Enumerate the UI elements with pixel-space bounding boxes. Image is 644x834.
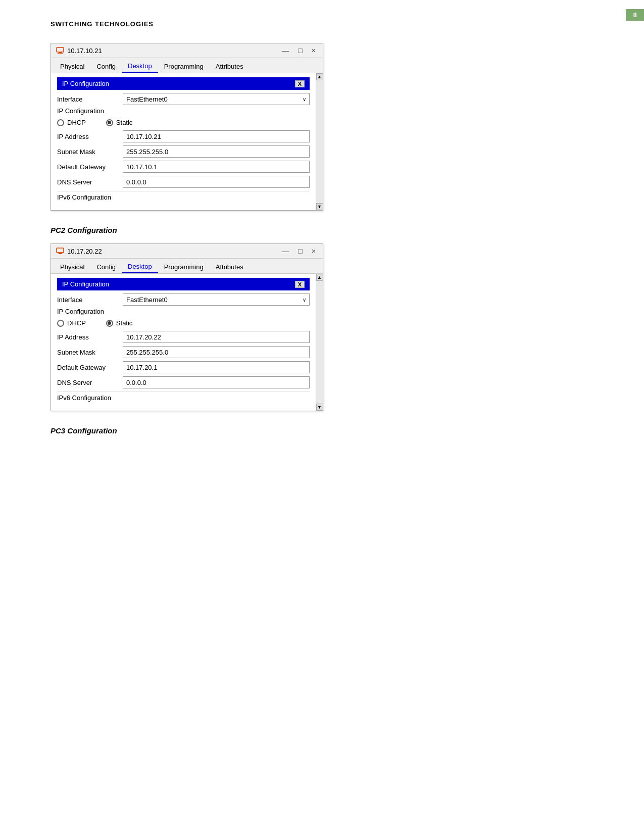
pc1-static-radio[interactable]: Static <box>106 119 133 126</box>
pc2-subnet-input[interactable] <box>123 346 310 358</box>
pc2-interface-arrow: ∨ <box>303 297 306 303</box>
pc1-radio-row: DHCP Static <box>57 119 310 126</box>
pc2-tab-desktop[interactable]: Desktop <box>122 261 158 273</box>
pc1-ip-address-label: IP Address <box>57 133 123 140</box>
pc2-dns-label: DNS Server <box>57 379 123 386</box>
pc2-interface-row: Interface FastEthernet0 ∨ <box>57 293 310 306</box>
pc2-static-radio[interactable]: Static <box>106 319 133 327</box>
pc1-tab-attributes[interactable]: Attributes <box>210 60 250 73</box>
pc1-window-title: 10.17.10.21 <box>67 47 102 55</box>
pc2-ipv6-label: IPv6 Configuration <box>57 391 310 404</box>
pc2-window-title: 10.17.20.22 <box>67 248 102 255</box>
pc2-interface-value: FastEthernet0 <box>126 296 168 304</box>
pc1-ip-config-bar: IP Configuration X <box>57 77 310 90</box>
pc2-dns-input[interactable] <box>123 376 310 388</box>
pc1-tab-config[interactable]: Config <box>90 60 122 73</box>
pc1-ip-config-title: IP Configuration <box>62 80 109 87</box>
pc1-scroll-track <box>316 80 323 203</box>
pc1-minimize-btn[interactable]: — <box>280 47 291 54</box>
pc2-minimize-btn[interactable]: — <box>280 248 291 255</box>
pc2-close-btn[interactable]: × <box>310 248 318 255</box>
pc1-interface-value: FastEthernet0 <box>126 95 168 103</box>
pc1-subnet-label: Subnet Mask <box>57 148 123 156</box>
pc2-ip-address-row: IP Address <box>57 331 310 343</box>
pc2-titlebar: 10.17.20.22 — □ × <box>51 244 323 259</box>
pc2-subnet-row: Subnet Mask <box>57 346 310 358</box>
pc2-gateway-label: Default Gateway <box>57 364 123 371</box>
pc2-ip-config-sublabel: IP Configuration <box>57 308 310 315</box>
pc2-interface-select[interactable]: FastEthernet0 ∨ <box>123 293 310 306</box>
pc1-tabs: Physical Config Desktop Programming Attr… <box>51 58 323 73</box>
pc1-tab-programming[interactable]: Programming <box>158 60 210 73</box>
pc2-gateway-row: Default Gateway <box>57 361 310 373</box>
pc2-tabs: Physical Config Desktop Programming Attr… <box>51 259 323 274</box>
pc1-gateway-input[interactable] <box>123 161 310 173</box>
pc1-tab-desktop[interactable]: Desktop <box>122 60 158 73</box>
pc1-tab-physical[interactable]: Physical <box>54 60 90 73</box>
pc1-dhcp-label: DHCP <box>67 119 86 126</box>
pc1-subnet-row: Subnet Mask <box>57 145 310 158</box>
pc1-scroll-down[interactable]: ▼ <box>316 203 323 210</box>
section-title: SWITCHING TECHNOLOGIES <box>51 20 604 28</box>
svg-rect-3 <box>57 248 64 253</box>
pc1-gateway-row: Default Gateway <box>57 161 310 173</box>
pc1-interface-select[interactable]: FastEthernet0 ∨ <box>123 93 310 105</box>
pc2-ip-config-bar: IP Configuration X <box>57 278 310 290</box>
pc2-window-controls: — □ × <box>280 248 318 255</box>
pc1-maximize-btn[interactable]: □ <box>296 47 304 54</box>
pc2-tab-config[interactable]: Config <box>90 261 122 273</box>
pc1-interface-row: Interface FastEthernet0 ∨ <box>57 93 310 105</box>
pc1-ip-config-close[interactable]: X <box>295 80 305 87</box>
pc2-interface-label: Interface <box>57 296 123 304</box>
pc2-heading: PC2 Configuration <box>51 226 604 234</box>
pc1-scrollbar: ▲ ▼ <box>316 73 323 210</box>
pc1-ip-address-input[interactable] <box>123 130 310 142</box>
pc2-subnet-label: Subnet Mask <box>57 349 123 356</box>
pc2-radio-row: DHCP Static <box>57 319 310 327</box>
pc2-ip-address-input[interactable] <box>123 331 310 343</box>
pc2-dhcp-radio[interactable]: DHCP <box>57 319 86 327</box>
pc1-dhcp-radio[interactable]: DHCP <box>57 119 86 126</box>
pc2-scrollbar: ▲ ▼ <box>316 274 323 411</box>
svg-rect-2 <box>58 53 63 54</box>
pc1-titlebar: 10.17.10.21 — □ × <box>51 43 323 58</box>
pc1-close-btn[interactable]: × <box>310 47 318 54</box>
pc2-scroll-up[interactable]: ▲ <box>316 274 323 281</box>
pc2-dhcp-label: DHCP <box>67 319 86 327</box>
pc1-subnet-input[interactable] <box>123 145 310 158</box>
pc2-ip-address-label: IP Address <box>57 333 123 341</box>
pc1-ip-config-sublabel: IP Configuration <box>57 107 310 115</box>
pc2-maximize-btn[interactable]: □ <box>296 248 304 255</box>
pc2-dns-row: DNS Server <box>57 376 310 388</box>
pc2-title-area: 10.17.20.22 <box>56 247 102 255</box>
svg-rect-5 <box>58 254 63 254</box>
pc2-computer-icon <box>56 247 64 255</box>
pc1-gateway-label: Default Gateway <box>57 163 123 171</box>
pc2-window: 10.17.20.22 — □ × Physical Config Deskto… <box>51 243 323 411</box>
pc1-static-label: Static <box>116 119 133 126</box>
pc1-dns-row: DNS Server <box>57 176 310 188</box>
page-number: 8 <box>626 9 644 21</box>
pc2-static-label: Static <box>116 319 133 327</box>
pc2-tab-physical[interactable]: Physical <box>54 261 90 273</box>
pc2-tab-programming[interactable]: Programming <box>158 261 210 273</box>
pc2-ip-config-title: IP Configuration <box>62 280 109 288</box>
pc1-computer-icon <box>56 46 64 55</box>
pc1-dns-input[interactable] <box>123 176 310 188</box>
pc2-scroll-down[interactable]: ▼ <box>316 404 323 411</box>
pc2-body: IP Configuration X Interface FastEtherne… <box>51 274 323 411</box>
pc1-static-circle <box>106 119 113 126</box>
pc1-interface-label: Interface <box>57 95 123 103</box>
pc1-window: 10.17.10.21 — □ × Physical Config Deskto… <box>51 43 323 211</box>
pc2-ip-config-close[interactable]: X <box>295 281 305 288</box>
pc2-tab-attributes[interactable]: Attributes <box>210 261 250 273</box>
pc2-gateway-input[interactable] <box>123 361 310 373</box>
pc2-static-circle <box>106 320 113 327</box>
pc1-ip-address-row: IP Address <box>57 130 310 142</box>
pc1-title-area: 10.17.10.21 <box>56 46 102 55</box>
svg-rect-4 <box>59 253 62 254</box>
pc1-scroll-up[interactable]: ▲ <box>316 73 323 80</box>
svg-rect-0 <box>57 47 64 52</box>
pc1-body: IP Configuration X Interface FastEtherne… <box>51 73 323 210</box>
pc1-interface-arrow: ∨ <box>303 96 306 102</box>
